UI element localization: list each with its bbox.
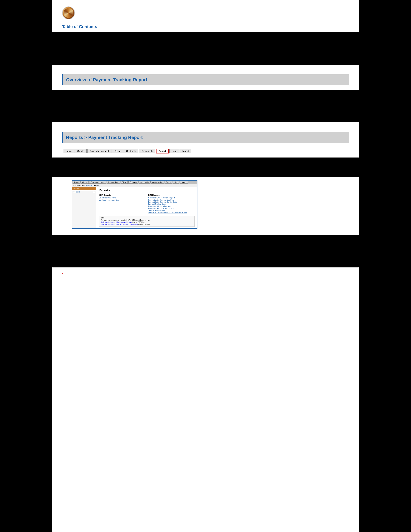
inner-nav-logout[interactable]: Logout — [180, 181, 188, 184]
sidebar-sub-report[interactable]: » Report ▶ — [72, 190, 96, 193]
outer-nav-bar: Home Clients Case Management Billing Con… — [62, 148, 349, 154]
inner-nav-report[interactable]: Report — [165, 181, 172, 184]
nav-btn-help[interactable]: Help — [169, 149, 179, 153]
section2-title: Reports > Payment Tracking Report — [66, 135, 346, 140]
nav-divider-5 — [139, 150, 139, 153]
eim-title: EIM Reports — [148, 194, 195, 196]
black-section-4 — [52, 235, 359, 267]
breadcrumb-link[interactable]: Reports — [86, 185, 92, 186]
excel-link[interactable]: Click here to download Microsoft's free … — [101, 223, 138, 225]
section-header-1: Overview of Payment Tracking Report — [62, 74, 349, 85]
eim-link-6[interactable]: Service Delivery Report — [148, 209, 195, 211]
eim-link-1[interactable]: Payment Detail Report by Bed Days — [148, 199, 195, 201]
note-line-0: The reports are generated in Adobe PDF a… — [101, 219, 193, 221]
eim-link-7[interactable]: Services Not Associated with a Claim or … — [148, 212, 195, 213]
esm-link-1[interactable]: Clients with Incomplete Data — [99, 199, 145, 201]
black-section-1 — [52, 32, 359, 65]
nav-divider-1 — [74, 150, 75, 153]
reports-grid: ESM Reports Client Enrollment Status Cli… — [99, 194, 195, 214]
inner-nav-billing[interactable]: Billing — [121, 181, 128, 184]
logo-area — [62, 6, 349, 19]
nav-btn-case-management[interactable]: Case Management — [87, 149, 111, 153]
eim-link-0[interactable]: Commodity Based Payment Request — [148, 197, 195, 199]
inner-nav-clients[interactable]: Clients — [81, 181, 89, 184]
nav-divider-6 — [156, 150, 156, 153]
nav-btn-credentials[interactable]: Credentials — [139, 149, 155, 153]
eim-link-3[interactable]: Payment Tracking Report — [148, 203, 195, 205]
inner-nav-administration[interactable]: Administration — [151, 181, 164, 184]
sidebar-item-reports[interactable]: Reports — [72, 187, 96, 190]
sidebar-arrow-icon: ▶ — [94, 191, 95, 193]
nav-btn-clients[interactable]: Clients — [75, 149, 86, 153]
nav-btn-home[interactable]: Home — [63, 149, 74, 153]
eim-link-5[interactable]: Remittance Advice by Service Code — [148, 208, 195, 209]
inner-nav-contracts[interactable]: Contracts — [129, 181, 138, 184]
esm-reports-col: ESM Reports Client Enrollment Status Cli… — [99, 194, 145, 214]
eim-reports-col: EIM Reports Commodity Based Payment Requ… — [148, 194, 195, 214]
toc-heading: Table of Contents — [62, 24, 349, 29]
note-line-2: Click here to download Microsoft's free … — [101, 223, 193, 225]
note-title: Note: — [101, 217, 193, 219]
content-area: Reports » Report ▶ Reports ESM Reports C… — [72, 187, 197, 228]
section1-title: Overview of Payment Tracking Report — [66, 77, 346, 82]
note-box: Note: The reports are generated in Adobe… — [99, 216, 195, 227]
main-content: Reports ESM Reports Client Enrollment St… — [96, 187, 197, 228]
inner-nav-bar: Home | Clients | Case Management | Autho… — [72, 180, 197, 184]
eim-link-2[interactable]: Payment Detail Report by Service Code — [148, 201, 195, 203]
inner-nav-case-management[interactable]: Case Management — [89, 181, 106, 184]
nav-divider-8 — [179, 150, 179, 153]
screenshot-box: Home | Clients | Case Management | Autho… — [72, 180, 197, 229]
black-section-3 — [52, 158, 359, 177]
nav-btn-report[interactable]: Report — [156, 149, 168, 153]
section-header-2: Reports > Payment Tracking Report — [62, 132, 349, 143]
nav-btn-billing[interactable]: Billing — [112, 149, 123, 153]
inner-nav-help[interactable]: Help — [173, 181, 179, 184]
breadcrumb-prefix: Current Location: — [74, 185, 86, 186]
inner-nav-credentials[interactable]: Credentials — [139, 181, 150, 184]
note-line-1: Click here to download free Acrobat Read… — [101, 221, 193, 223]
inner-nav-home[interactable]: Home — [73, 181, 80, 184]
nav-btn-contracts[interactable]: Contracts — [124, 149, 138, 153]
red-asterisk: * — [62, 272, 349, 276]
nav-btn-logout[interactable]: Logout — [179, 149, 191, 153]
inner-nav-authorizations[interactable]: Authorizations — [107, 181, 120, 184]
nav-divider-3 — [112, 150, 112, 153]
nav-divider-4 — [123, 150, 123, 153]
eim-link-4[interactable]: Remittance Advice by Bed Days — [148, 205, 195, 207]
logo-image — [62, 6, 75, 19]
main-title: Reports — [99, 189, 195, 192]
black-section-2 — [52, 90, 359, 122]
esm-link-0[interactable]: Client Enrollment Status — [99, 197, 145, 199]
breadcrumb: Current Location: Reports > Reports — [72, 184, 197, 187]
breadcrumb-suffix: > Reports — [92, 185, 99, 186]
sidebar: Reports » Report ▶ — [72, 187, 96, 228]
acrobat-link[interactable]: Click here to download free Acrobat Read… — [101, 221, 132, 223]
esm-title: ESM Reports — [99, 194, 145, 196]
